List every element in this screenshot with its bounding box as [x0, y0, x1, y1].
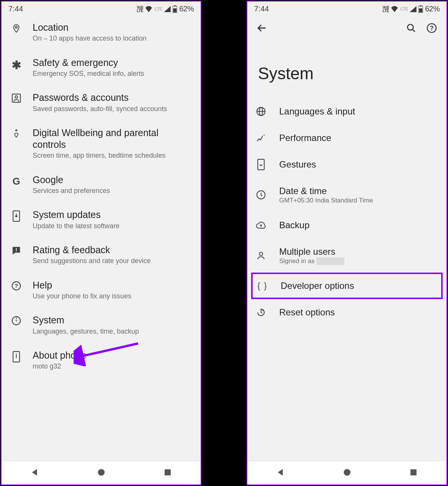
- location-icon: [11, 23, 22, 34]
- page-title: System: [247, 38, 446, 98]
- item-title: Reset options: [279, 307, 335, 318]
- item-subtitle: Services and preferences: [33, 187, 193, 195]
- svg-point-34: [344, 469, 351, 476]
- nav-recent[interactable]: [164, 469, 171, 478]
- nav-recent[interactable]: [410, 469, 417, 478]
- system-item-reset[interactable]: Reset options: [247, 299, 446, 326]
- help-icon: ?: [11, 281, 22, 291]
- item-title: System updates: [33, 209, 193, 221]
- svg-point-19: [98, 469, 105, 476]
- nav-home[interactable]: [97, 468, 105, 478]
- item-subtitle: Saved passwords, auto-fill, synced accou…: [33, 105, 193, 113]
- settings-item-location[interactable]: Location On – 10 apps have access to loc…: [2, 15, 201, 50]
- item-subtitle: Use your phone to fix any issues: [33, 292, 193, 301]
- nav-home[interactable]: [343, 468, 351, 478]
- battery-icon: [418, 5, 423, 13]
- update-icon: [11, 210, 22, 222]
- emergency-icon: ✱: [11, 58, 22, 72]
- system-item-datetime[interactable]: Date & time GMT+05:30 India Standard Tim…: [247, 178, 446, 212]
- system-item-developer[interactable]: { } Developer options: [251, 273, 443, 299]
- status-bar: 7:44 Vo))LTE LTE 62%: [247, 2, 446, 15]
- settings-item-accounts[interactable]: Passwords & accounts Saved passwords, au…: [2, 85, 201, 120]
- svg-point-5: [15, 96, 18, 99]
- system-item-gestures[interactable]: Gestures: [247, 151, 446, 178]
- lte-label: LTE: [154, 6, 162, 12]
- item-subtitle: Emergency SOS, medical info, alerts: [33, 69, 193, 78]
- svg-rect-35: [410, 469, 417, 475]
- settings-item-google[interactable]: G Google Services and preferences: [2, 167, 201, 202]
- item-subtitle: Signed in as xxxx: [279, 257, 344, 265]
- system-item-backup[interactable]: Backup: [247, 212, 446, 238]
- svg-rect-1: [174, 5, 176, 6]
- redacted-username: xxxx: [316, 257, 344, 265]
- settings-item-updates[interactable]: System updates Update to the latest soft…: [2, 202, 201, 237]
- svg-text:?: ?: [14, 282, 18, 289]
- svg-point-6: [16, 130, 17, 131]
- nav-bar: [2, 461, 201, 484]
- wifi-icon: [391, 6, 398, 12]
- svg-line-25: [412, 29, 415, 32]
- item-title: Developer options: [281, 280, 354, 292]
- item-subtitle: Screen time, app timers, bedtime schedul…: [33, 151, 193, 160]
- item-title: Help: [33, 279, 193, 291]
- system-screen: 7:44 Vo))LTE LTE 62% ? System Languages …: [247, 1, 447, 485]
- nav-back[interactable]: [277, 468, 285, 478]
- battery-pct: 62%: [425, 5, 440, 13]
- settings-list[interactable]: Location On – 10 apps have access to loc…: [2, 15, 201, 461]
- google-icon: G: [11, 176, 22, 187]
- item-title: Google: [33, 174, 193, 186]
- status-bar: 7:44 Vo))LTE LTE 62%: [2, 2, 201, 15]
- signal-icon: [410, 6, 417, 12]
- svg-text:?: ?: [430, 25, 434, 31]
- system-item-performance[interactable]: Performance: [247, 125, 446, 151]
- svg-rect-31: [258, 159, 264, 170]
- accounts-icon: [11, 93, 22, 103]
- system-list[interactable]: Languages & input Performance Gestures D…: [247, 98, 446, 461]
- svg-rect-16: [16, 355, 17, 358]
- item-subtitle: GMT+05:30 India Standard Time: [279, 197, 373, 204]
- svg-rect-2: [173, 8, 177, 13]
- wifi-icon: [145, 6, 152, 12]
- braces-icon: { }: [257, 281, 268, 291]
- svg-rect-22: [420, 5, 421, 6]
- settings-item-help[interactable]: ? Help Use your phone to fix any issues: [2, 273, 201, 308]
- item-subtitle: Send suggestions and rate your device: [33, 257, 193, 265]
- battery-icon: [173, 5, 177, 13]
- clock-icon: [256, 190, 266, 200]
- performance-icon: [256, 133, 266, 143]
- users-icon: [256, 251, 266, 260]
- item-title: Backup: [279, 219, 310, 231]
- nav-back[interactable]: [31, 468, 39, 478]
- settings-item-wellbeing[interactable]: Digital Wellbeing and parental controls …: [2, 120, 201, 167]
- svg-rect-9: [16, 251, 17, 251]
- status-icons: Vo))LTE LTE 62%: [382, 5, 440, 13]
- svg-rect-8: [16, 248, 17, 250]
- top-app-bar: ?: [247, 15, 446, 38]
- item-title: Passwords & accounts: [33, 92, 193, 103]
- help-button[interactable]: ?: [424, 21, 439, 35]
- wellbeing-icon: [11, 129, 22, 139]
- volte-icon: Vo))LTE: [137, 6, 143, 13]
- item-title: Date & time: [279, 185, 373, 197]
- item-title: Location: [33, 22, 193, 33]
- signal-icon: [164, 6, 171, 12]
- item-title: Performance: [279, 132, 331, 144]
- item-subtitle: On – 10 apps have access to location: [33, 34, 193, 43]
- back-button[interactable]: [255, 21, 269, 35]
- item-title: System: [33, 314, 193, 326]
- feedback-icon: [11, 246, 22, 256]
- settings-item-about[interactable]: About phone moto g32: [2, 343, 201, 378]
- settings-item-system[interactable]: System Languages, gestures, time, backup: [2, 307, 201, 343]
- system-item-languages[interactable]: Languages & input: [247, 98, 446, 125]
- item-subtitle: Languages, gestures, time, backup: [33, 327, 193, 336]
- about-icon: [11, 351, 22, 362]
- nav-bar: [247, 461, 446, 484]
- item-title: About phone: [33, 350, 193, 361]
- search-button[interactable]: [404, 21, 418, 35]
- settings-item-safety[interactable]: ✱ Safety & emergency Emergency SOS, medi…: [2, 50, 201, 85]
- settings-item-feedback[interactable]: Rating & feedback Send suggestions and r…: [2, 237, 201, 273]
- system-item-users[interactable]: Multiple users Signed in as xxxx: [247, 238, 446, 273]
- globe-icon: [256, 107, 266, 116]
- item-subtitle: moto g32: [33, 362, 193, 371]
- item-title: Digital Wellbeing and parental controls: [33, 127, 193, 151]
